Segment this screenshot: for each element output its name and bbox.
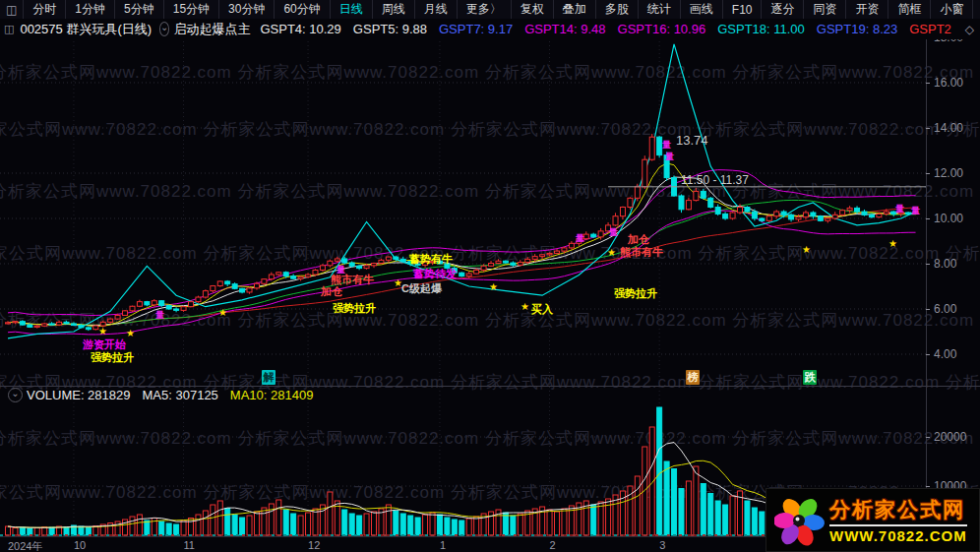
volume-signal-marker: 量 <box>895 205 904 214</box>
top-menu-bar: ◫ 分时1分钟5分钟15分钟30分钟60分钟日线周线月线更多〉 复权叠加多股统计… <box>0 0 980 20</box>
indicator-name: 启动起爆点主 <box>173 21 250 38</box>
site-logo: 分析家公式网 WWW.70822.COM <box>766 488 980 552</box>
menu-item[interactable]: 画线 <box>680 0 722 19</box>
time-axis-label: 11 <box>184 539 195 551</box>
menu-item[interactable]: 30分钟 <box>218 0 274 19</box>
flower-logo-icon <box>774 495 826 546</box>
chart-pane-icon[interactable]: ◫ <box>0 23 18 35</box>
chart-annotation: 11.50 - 11.37 <box>681 173 749 187</box>
time-axis-label: 12 <box>308 539 320 551</box>
indicator-value: MA10: 281409 <box>230 388 314 402</box>
indicator-value: MA5: 307125 <box>143 388 218 402</box>
chart-annotation: 蓄势有牛 <box>409 252 453 267</box>
indicator-dropdown-icon[interactable]: ⌄ <box>159 22 169 36</box>
menu-item[interactable]: F10 <box>722 0 762 19</box>
chart-tool-badge[interactable]: 跌 <box>803 370 817 385</box>
volume-axis-label: 20000 <box>934 430 966 444</box>
chart-tool-badge[interactable]: 榜 <box>686 370 700 385</box>
volume-signal-marker: 量 <box>155 311 164 320</box>
menu-item[interactable]: 月线 <box>414 0 457 19</box>
stock-info-bar: ◫ 002575 群兴玩具(日线) ⌄ 启动起爆点主 GSPT4: 10.29G… <box>0 19 980 39</box>
chart-annotation: 强势拉升 <box>333 301 376 316</box>
diamond-icon[interactable]: ◇ <box>965 23 974 36</box>
chart-annotation: 强势拉升 <box>614 286 657 301</box>
menu-item[interactable]: 开资 <box>845 0 888 19</box>
star-signal-marker: ★ <box>607 248 616 258</box>
menu-item[interactable]: 叠加 <box>553 0 595 19</box>
volume-signal-marker: 量 <box>662 141 671 150</box>
volume-dropdown-icon[interactable]: ⌄ <box>8 388 23 402</box>
indicator-value: GSPT18: 11.00 <box>717 22 805 36</box>
price-axis-label: 6.00 <box>934 302 956 316</box>
star-signal-marker: ★ <box>521 302 529 312</box>
volume-header: ⌄ VOLUME: 281829MA5: 307125MA10: 281409 <box>4 388 325 402</box>
chart-annotation: 强势拉升 <box>91 350 134 365</box>
menu-right: 复权叠加多股统计画线F10逐分同资开资简框小窗标记+自选返回 <box>511 0 980 19</box>
price-axis-label: 14.00 <box>934 121 963 135</box>
price-axis-label: 12.00 <box>934 166 963 180</box>
indicator-value: GSPT7: 9.17 <box>439 22 513 36</box>
axis-border <box>926 28 927 536</box>
menu-item[interactable]: 复权 <box>511 0 553 19</box>
menu-item[interactable]: 15分钟 <box>163 0 218 19</box>
pane-divider <box>0 386 980 387</box>
price-axis-label: 4.00 <box>934 347 956 361</box>
indicator-value: GSPT16: 10.96 <box>618 22 706 36</box>
menu-item[interactable]: 小窗 <box>930 0 972 19</box>
chart-annotation: 买入 <box>531 302 553 317</box>
chart-tool-badge[interactable]: 解 <box>262 370 276 385</box>
gspt-fields-right: GSPT18: 11.00GSPT19: 8.23GSPT2 <box>717 22 963 36</box>
indicator-value: GSPT4: 10.29 <box>260 22 340 36</box>
indicator-value: GSPT2 <box>909 22 951 36</box>
star-signal-marker: ★ <box>888 239 897 249</box>
menu-item[interactable]: 逐分 <box>761 0 803 19</box>
menu-item[interactable]: 标记 <box>972 0 980 19</box>
menu-item[interactable]: 同资 <box>803 0 845 19</box>
star-signal-marker: ★ <box>394 278 402 288</box>
indicator-value: GSPT5: 9.88 <box>353 22 427 36</box>
split-window-icon[interactable]: ◫ <box>976 23 980 35</box>
star-signal-marker: ★ <box>218 308 227 318</box>
time-axis-label: 1 <box>440 539 446 551</box>
indicator-value: GSPT14: 9.48 <box>524 22 605 36</box>
window-layout-icon[interactable]: ◫ <box>0 3 23 17</box>
menu-item[interactable]: 统计 <box>638 0 680 19</box>
volume-signal-marker: 量 <box>337 266 345 275</box>
candlestick-chart[interactable] <box>0 30 926 387</box>
chart-annotation: 蓄势待发 <box>413 267 457 281</box>
menu-item[interactable]: 周线 <box>372 0 414 19</box>
menu-item[interactable]: 多股 <box>595 0 638 19</box>
time-axis-label: 2 <box>550 539 556 551</box>
menu-item[interactable]: 分时 <box>23 0 65 19</box>
volume-signal-marker: 量 <box>576 234 584 243</box>
menu-item[interactable]: 1分钟 <box>65 0 114 19</box>
price-axis-label: 8.00 <box>934 257 956 271</box>
price-axis-label: 16.00 <box>934 76 963 90</box>
volume-signal-marker: 量 <box>911 207 920 215</box>
chart-annotation: C级起爆 <box>401 281 442 296</box>
indicator-value: GSPT19: 8.23 <box>817 22 897 36</box>
chart-annotation: 加仓 <box>321 284 342 299</box>
volume-signal-marker: 量 <box>665 153 674 161</box>
chart-annotation: 13.74 <box>676 133 708 148</box>
star-signal-marker: ★ <box>126 329 135 338</box>
stock-title: 002575 群兴玩具(日线) <box>20 21 152 38</box>
star-signal-marker: ★ <box>802 245 811 255</box>
time-axis-label: 2024年 <box>8 539 42 552</box>
menu-left: 分时1分钟5分钟15分钟30分钟60分钟日线周线月线更多〉 <box>23 0 510 19</box>
menu-item[interactable]: 5分钟 <box>114 0 163 19</box>
menu-item[interactable]: 日线 <box>330 0 372 19</box>
menu-item[interactable]: 更多〉 <box>457 0 511 19</box>
chart-annotation: 熊市有牛 <box>620 245 663 260</box>
time-axis-label: 3 <box>659 539 665 551</box>
logo-url: WWW.70822.COM <box>829 524 967 544</box>
price-axis-label: 10.00 <box>934 212 963 225</box>
star-signal-marker: ★ <box>98 327 107 337</box>
stock-app-window: ◫ 分时1分钟5分钟15分钟30分钟60分钟日线周线月线更多〉 复权叠加多股统计… <box>0 0 980 552</box>
volume-signal-marker: 量 <box>609 228 618 237</box>
menu-item[interactable]: 简框 <box>888 0 930 19</box>
time-axis-label: 10 <box>74 539 86 551</box>
gspt-fields-left: GSPT4: 10.29GSPT5: 9.88GSPT7: 9.17GSPT14… <box>260 22 717 36</box>
menu-item[interactable]: 60分钟 <box>274 0 329 19</box>
star-signal-marker: ★ <box>489 282 498 292</box>
